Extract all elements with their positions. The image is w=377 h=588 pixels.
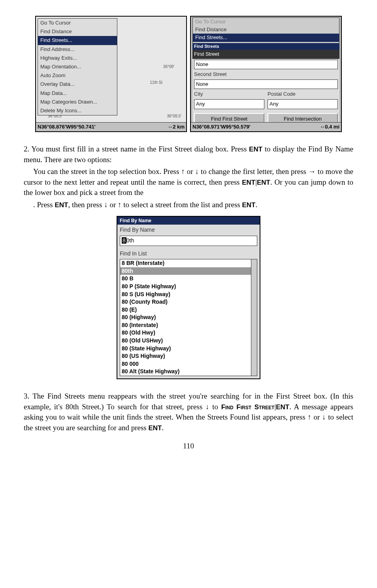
menu-item[interactable]: Go To Cursor bbox=[193, 18, 339, 26]
status-bar: N 36°08.971' W 95°50.579' ↔ 0.4 mi bbox=[191, 122, 341, 131]
step-2-para1: 2. You must first fill in a street name … bbox=[24, 144, 353, 165]
scrollbar[interactable] bbox=[251, 259, 257, 376]
list-item[interactable]: 80 (Highway) bbox=[120, 314, 257, 321]
figure-top: 36°09' 11th St 14th St 36°08.5' 36°08.5'… bbox=[24, 16, 353, 132]
lat: 36°08.971' bbox=[196, 123, 221, 130]
menu-item-find-streets[interactable]: Find Streets... bbox=[38, 36, 117, 45]
menu-item[interactable]: Highway Exits... bbox=[38, 54, 117, 62]
arrow-icon: ↔ bbox=[320, 123, 325, 130]
city-label: City bbox=[192, 90, 266, 98]
arrow-icon: ↔ bbox=[168, 123, 173, 130]
map-label: 36°08.5' bbox=[167, 113, 182, 119]
panel-title: Find Streets bbox=[192, 43, 339, 50]
gps-screen-right: Go To Cursor Find Distance Find Streets.… bbox=[190, 16, 342, 132]
menu-item-find-streets[interactable]: Find Streets... bbox=[193, 34, 339, 42]
menu-item[interactable]: Delete My Icons... bbox=[38, 106, 117, 115]
list-item[interactable]: 80th bbox=[120, 267, 257, 275]
figure-mid: Find By Name Find By Name 80th Find In L… bbox=[24, 216, 353, 379]
second-street-input[interactable]: None bbox=[194, 79, 338, 89]
find-streets-panel: Find Streets First Street None Second St… bbox=[192, 43, 339, 128]
page-number: 110 bbox=[24, 441, 353, 452]
fbn-label2: Find In List bbox=[117, 248, 260, 259]
menu-item[interactable]: Auto Zoom bbox=[38, 71, 117, 80]
find-by-name-panel: Find By Name Find By Name 80th Find In L… bbox=[117, 216, 260, 379]
lon: 95°50.741' bbox=[71, 123, 96, 130]
first-street-input[interactable]: None bbox=[194, 60, 338, 69]
step-3-para: 3. The Find Streets menu reappears with … bbox=[24, 391, 353, 433]
lat: 36°08.876' bbox=[41, 123, 66, 130]
list-item[interactable]: 80 (County Road) bbox=[120, 298, 257, 306]
list-item[interactable]: 8 BR (Interstate) bbox=[120, 259, 257, 267]
list-item[interactable]: 80 S (US Highway) bbox=[120, 291, 257, 299]
list-item[interactable]: 80 P (State Highway) bbox=[120, 283, 257, 291]
menu-item[interactable]: Go To Cursor bbox=[38, 19, 117, 27]
second-street-label: Second Street bbox=[192, 70, 339, 79]
step-2-para3: . Press ENT, then press ↓ or ↑ to select… bbox=[24, 200, 353, 210]
zoom: 0.4 mi bbox=[325, 123, 339, 130]
menu-item[interactable]: Find Address... bbox=[38, 45, 117, 54]
menu-item[interactable]: Overlay Data... bbox=[38, 80, 117, 89]
list-item[interactable]: 80 (Interstate) bbox=[120, 321, 257, 329]
list-item[interactable]: 80 (Old Hwy) bbox=[120, 329, 257, 337]
menu-item[interactable]: Find Distance bbox=[193, 26, 339, 34]
list-item[interactable]: 80 (E) bbox=[120, 306, 257, 314]
menu-item[interactable]: Map Orientation... bbox=[38, 62, 117, 71]
list-item[interactable]: 80 Alt (State Highway) bbox=[120, 368, 257, 376]
zoom: 2 km bbox=[173, 123, 185, 130]
menu-item[interactable]: Find Distance bbox=[38, 27, 117, 36]
list-item[interactable]: 80 B bbox=[120, 275, 257, 283]
fbn-label: Find By Name bbox=[117, 225, 260, 236]
lat-dir: N bbox=[192, 123, 196, 130]
step-2-para2: You can the street in the top selection … bbox=[24, 166, 353, 198]
lon: 95°50.579' bbox=[226, 123, 251, 130]
city-input[interactable]: Any bbox=[194, 99, 264, 109]
fbn-list[interactable]: 8 BR (Interstate) 80th 80 B 80 P (State … bbox=[120, 259, 257, 376]
lon-dir: W bbox=[66, 123, 71, 130]
input-cursor: 8 bbox=[122, 237, 126, 244]
menu-item[interactable]: Map Categories Drawn... bbox=[38, 98, 117, 106]
map-label: 36°09' bbox=[163, 64, 174, 70]
lon-dir: W bbox=[221, 123, 226, 130]
list-item[interactable]: 80 (Old USHwy) bbox=[120, 337, 257, 345]
postal-input[interactable]: Any bbox=[268, 99, 338, 109]
menu-list: Go To Cursor Find Distance Find Streets.… bbox=[38, 18, 117, 115]
fbn-title: Find By Name bbox=[117, 217, 260, 225]
list-item[interactable]: 80 (State Highway) bbox=[120, 345, 257, 353]
postal-label: Postal Code bbox=[266, 90, 339, 98]
gps-screen-left: 36°09' 11th St 14th St 36°08.5' 36°08.5'… bbox=[35, 16, 187, 132]
menu-item[interactable]: Map Data... bbox=[38, 89, 117, 98]
list-item[interactable]: 80 000 bbox=[120, 360, 257, 368]
list-item[interactable]: 80 (US Highway) bbox=[120, 352, 257, 360]
map-label: 11th St bbox=[150, 80, 162, 85]
status-bar: N 36°08.876' W 95°50.741' ↔ 2 km bbox=[36, 122, 186, 131]
lat-dir: N bbox=[38, 123, 41, 130]
first-street-label: First Street bbox=[192, 50, 339, 59]
fbn-name-input[interactable]: 80th bbox=[120, 236, 257, 246]
